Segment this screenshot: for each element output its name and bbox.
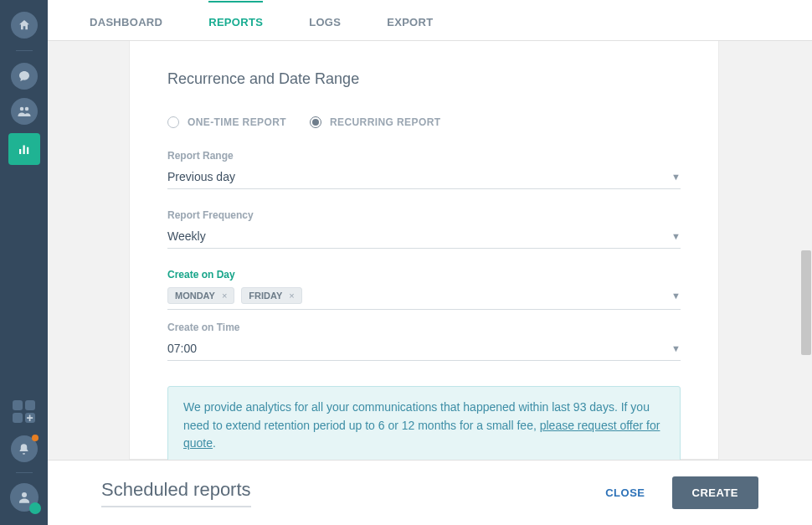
sidebar-item-home[interactable]	[11, 12, 38, 39]
field-label: Create on Time	[167, 322, 681, 333]
notification-badge	[32, 435, 39, 441]
field-label: Create on Day	[167, 269, 681, 281]
select-create-on-time[interactable]: 07:00 ▼	[167, 337, 681, 361]
chevron-down-icon: ▼	[671, 343, 681, 353]
sidebar-item-users[interactable]	[11, 98, 38, 125]
select-value: 07:00	[167, 342, 197, 355]
tab-logs[interactable]: LOGS	[309, 1, 341, 40]
report-config-card: Recurrence and Date Range ONE-TIME REPOR…	[129, 41, 719, 460]
section-title: Recurrence and Date Range	[167, 70, 681, 88]
svg-rect-2	[19, 149, 21, 154]
footer-bar: Scheduled reports CLOSE CREATE	[48, 460, 812, 525]
home-icon	[18, 18, 31, 32]
users-icon	[17, 104, 32, 119]
svg-point-0	[19, 107, 23, 111]
select-value: Weekly	[167, 229, 206, 243]
sidebar-bottom-group	[10, 399, 39, 525]
tab-export[interactable]: EXPORT	[387, 1, 433, 40]
sidebar-item-analytics[interactable]	[8, 133, 40, 165]
field-report-frequency: Report Frequency Weekly ▼	[167, 209, 681, 249]
field-report-range: Report Range Previous day ▼	[167, 150, 681, 189]
chip-label: MONDAY	[175, 291, 215, 301]
chevron-down-icon: ▼	[671, 172, 681, 182]
tab-reports[interactable]: REPORTS	[208, 1, 263, 40]
sidebar-item-chat[interactable]	[11, 63, 38, 90]
content-area: Recurrence and Date Range ONE-TIME REPOR…	[48, 41, 800, 460]
chat-icon	[18, 69, 31, 83]
field-label: Report Range	[167, 150, 681, 162]
radio-one-time-report[interactable]: ONE-TIME REPORT	[167, 116, 286, 128]
svg-rect-4	[27, 147, 28, 154]
scrollbar-thumb[interactable]	[801, 250, 811, 355]
scrollbar-track	[800, 41, 812, 460]
chevron-down-icon: ▼	[671, 231, 681, 241]
bar-chart-icon	[17, 142, 32, 157]
create-button[interactable]: CREATE	[672, 476, 758, 509]
top-tabs: DASHBOARD REPORTS LOGS EXPORT	[48, 0, 812, 41]
chip-label: FRIDAY	[249, 291, 282, 301]
chip-friday: FRIDAY ×	[241, 287, 301, 304]
svg-point-5	[22, 492, 27, 497]
select-report-range[interactable]: Previous day ▼	[167, 165, 681, 189]
select-create-on-day[interactable]: MONDAY × FRIDAY × ▼	[167, 284, 681, 310]
user-icon	[17, 490, 32, 505]
chip-list: MONDAY × FRIDAY ×	[167, 287, 302, 304]
sidebar-divider	[16, 50, 33, 51]
select-value: Previous day	[167, 170, 235, 183]
field-create-on-day: Create on Day MONDAY × FRIDAY × ▼	[167, 269, 681, 310]
field-create-on-time: Create on Time 07:00 ▼	[167, 322, 681, 361]
retention-info-box: We provide analytics for all your commun…	[167, 386, 681, 460]
info-text-after: .	[213, 436, 216, 450]
sidebar-item-profile[interactable]	[10, 483, 39, 512]
remove-chip-icon[interactable]: ×	[222, 291, 227, 301]
remove-chip-icon[interactable]: ×	[289, 291, 294, 301]
radio-icon	[310, 116, 321, 128]
field-label: Report Frequency	[167, 209, 681, 221]
radio-label: ONE-TIME REPORT	[188, 116, 286, 128]
chip-monday: MONDAY ×	[167, 287, 234, 304]
close-button[interactable]: CLOSE	[592, 478, 658, 507]
report-type-radio-group: ONE-TIME REPORT RECURRING REPORT	[167, 116, 681, 128]
sidebar-item-notifications[interactable]	[11, 435, 38, 462]
sidebar-item-apps[interactable]	[11, 399, 38, 425]
app-sidebar	[0, 0, 48, 525]
chevron-down-icon: ▼	[671, 291, 681, 301]
footer-title: Scheduled reports	[101, 479, 251, 507]
radio-recurring-report[interactable]: RECURRING REPORT	[310, 116, 440, 128]
sidebar-divider	[16, 472, 33, 473]
svg-point-1	[24, 107, 28, 111]
radio-icon	[167, 116, 179, 128]
gear-icon	[29, 502, 41, 514]
bell-icon	[18, 443, 30, 456]
tab-dashboard[interactable]: DASHBOARD	[90, 1, 162, 40]
radio-label: RECURRING REPORT	[330, 116, 440, 128]
select-report-frequency[interactable]: Weekly ▼	[167, 224, 681, 249]
svg-rect-3	[23, 146, 24, 155]
